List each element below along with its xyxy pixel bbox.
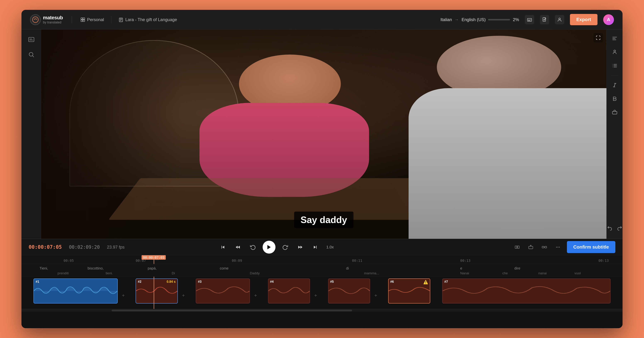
ruler-label-5: 00:05	[64, 258, 74, 262]
svg-point-0	[32, 17, 38, 22]
ruler-label-9: 00:09	[232, 258, 242, 262]
insert-subtitle-button[interactable]	[526, 242, 536, 252]
redo-button[interactable]	[616, 224, 623, 232]
undo-button[interactable]	[606, 224, 614, 232]
timeline-right-controls: Confirm subtitle	[512, 241, 616, 253]
transcript-word-papa: papà,	[148, 266, 157, 270]
workspace-nav[interactable]: Personal	[80, 17, 104, 22]
split-clip-button[interactable]	[512, 242, 522, 252]
transcript-word-e: e	[460, 266, 462, 270]
undo-redo-group	[606, 221, 623, 234]
export-button[interactable]: Export	[570, 14, 598, 25]
video-container: Say daddy	[41, 30, 606, 239]
clip-connector-5: +	[373, 293, 378, 298]
right-tools-panel	[606, 30, 622, 239]
subtitle-style-icon[interactable]	[610, 108, 619, 117]
logo-area: matesub by translated	[30, 14, 63, 25]
target-lang: English (US)	[462, 17, 486, 22]
sidebar-search-icon[interactable]	[27, 50, 36, 59]
clip-6[interactable]: #6 ⚠️	[388, 278, 430, 304]
ruler-label-13a: 00:13	[460, 258, 470, 262]
merge-clips-button[interactable]	[540, 242, 549, 252]
app-window: matesub by translated Personal	[22, 10, 622, 328]
svg-rect-2	[83, 18, 84, 19]
transcript-word-vuol: vuol	[574, 271, 581, 275]
transcript-word-mamma: mamma...	[364, 271, 379, 275]
progress-bar-fill	[488, 19, 489, 20]
clip-5[interactable]: #5	[328, 278, 370, 304]
source-lang: Italian	[440, 17, 452, 22]
svg-point-8	[559, 18, 560, 20]
transcript-word-che: che	[502, 271, 508, 275]
project-label: Lara - The gift of Language	[125, 17, 177, 22]
project-nav[interactable]: Lara - The gift of Language	[118, 17, 177, 22]
svg-point-11	[614, 50, 616, 52]
transcript-word-daddy: Daddy	[250, 271, 260, 275]
svg-rect-20	[528, 246, 533, 249]
fps-display: 23.97 fps	[107, 245, 125, 250]
svg-rect-21	[542, 246, 544, 248]
skip-to-start-button[interactable]	[218, 242, 228, 252]
playhead-time-label: 00:00:07:05	[142, 255, 166, 260]
play-button[interactable]	[262, 241, 276, 254]
clip-connector-3: +	[253, 293, 258, 298]
clip-connector-4: +	[313, 293, 318, 298]
total-time-display: 00:02:09:20	[69, 244, 100, 250]
table-surface	[108, 178, 454, 220]
language-badge: Italian → English (US) 2%	[440, 17, 519, 22]
skip-back-button[interactable]	[232, 242, 243, 252]
list-tool-icon[interactable]	[610, 61, 619, 70]
subtitle-file-button[interactable]	[540, 15, 549, 24]
transcript-word-come: come	[220, 266, 228, 270]
align-tool-icon[interactable]	[610, 34, 619, 43]
clip-4[interactable]: #4	[268, 278, 310, 304]
clip-3[interactable]: #3	[196, 278, 250, 304]
bold-tool-icon[interactable]	[610, 94, 619, 103]
svg-rect-3	[81, 20, 82, 22]
clip-2[interactable]: #2 0.84 s	[136, 278, 178, 304]
svg-rect-5	[119, 18, 123, 22]
loop-back-button[interactable]	[248, 242, 258, 252]
timeline-scrollbar-thumb[interactable]	[112, 310, 352, 311]
clip-connector-2: +	[181, 293, 186, 298]
transcript-word-dire: dire	[514, 266, 520, 270]
svg-point-24	[558, 246, 558, 248]
clip-7[interactable]: #7	[442, 278, 610, 304]
timeline-playhead	[154, 277, 154, 309]
video-scene: Say daddy	[41, 30, 606, 239]
header-nav: Personal Lara - The gift of Language	[80, 16, 177, 23]
sidebar-subtitles-icon[interactable]	[27, 35, 36, 44]
transcript-word-tieni: Tieni,	[40, 266, 48, 270]
skip-forward-button[interactable]	[295, 242, 306, 252]
waveform-track: #1 + #2 0.84 s + #3	[22, 277, 622, 309]
logo-icon	[30, 14, 41, 25]
italic-tool-icon[interactable]	[610, 80, 619, 90]
user-button[interactable]	[555, 15, 564, 24]
clip-1[interactable]: #1	[34, 278, 118, 304]
avatar[interactable]: A	[603, 14, 614, 25]
logo-text: matesub by translated	[43, 15, 63, 24]
caption-toggle-button[interactable]	[525, 15, 534, 24]
transcript-word-tieni-lower: tieni.	[106, 271, 113, 275]
skip-to-end-button[interactable]	[310, 242, 320, 252]
subtitle-overlay: Say daddy	[294, 212, 354, 228]
svg-rect-18	[518, 246, 519, 248]
progress-bar-container	[488, 19, 510, 20]
left-sidebar	[22, 30, 41, 239]
timeline-area: 00:00:07:05 00:02:09:20 23.97 fps	[22, 239, 622, 328]
app-name: matesub	[43, 15, 63, 20]
tool-separator	[611, 75, 618, 76]
svg-rect-1	[81, 18, 82, 19]
transcript-word-biscottino: biscottino,	[88, 266, 104, 270]
timeline-scrollbar[interactable]	[22, 309, 622, 312]
playback-speed-display: 1.0x	[326, 245, 334, 250]
ruler-label-13b: 00:13	[598, 258, 609, 262]
confirm-subtitle-button[interactable]: Confirm subtitle	[567, 241, 616, 253]
more-options-button[interactable]	[553, 242, 562, 252]
transcript-upper-row: Tieni, biscottino, papà, come di e dire …	[22, 264, 622, 277]
app-sub: by translated	[43, 20, 63, 24]
header: matesub by translated Personal	[22, 10, 622, 30]
fullscreen-button[interactable]	[594, 33, 603, 42]
loop-forward-button[interactable]	[280, 242, 290, 252]
person-tool-icon[interactable]	[610, 48, 619, 57]
